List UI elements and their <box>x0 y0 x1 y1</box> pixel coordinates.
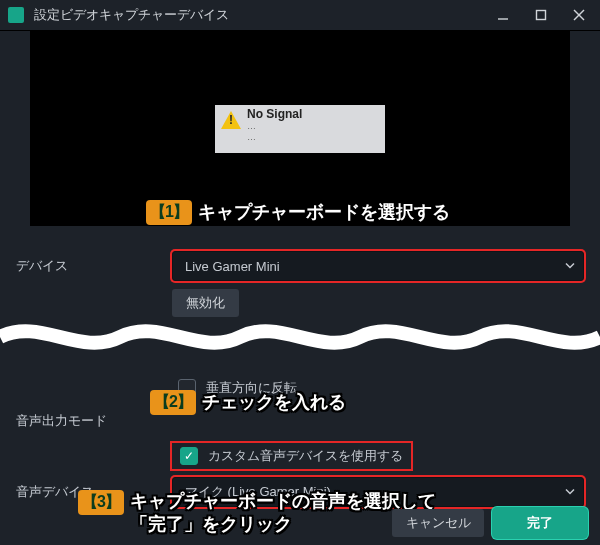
done-button[interactable]: 完了 <box>494 509 586 537</box>
warning-icon <box>221 111 241 131</box>
no-signal-box: No Signal … … <box>215 105 385 153</box>
titlebar: 設定ビデオキャプチャーデバイス <box>0 0 600 31</box>
no-signal-line: … <box>247 132 302 143</box>
chevron-down-icon <box>565 485 575 500</box>
custom-audio-checkbox[interactable]: ✓ <box>180 447 198 465</box>
svg-rect-1 <box>537 11 546 20</box>
close-button[interactable] <box>562 2 596 28</box>
device-select-value: Live Gamer Mini <box>185 259 280 274</box>
flip-vertical-label: 垂直方向に反転 <box>206 379 297 397</box>
disable-button[interactable]: 無効化 <box>172 289 239 317</box>
no-signal-title: No Signal <box>247 107 302 121</box>
window-controls <box>486 2 596 28</box>
no-signal-line: … <box>247 121 302 132</box>
audio-device-label: 音声デバイス <box>16 483 166 501</box>
device-select[interactable]: Live Gamer Mini <box>172 251 584 281</box>
audio-device-select-value: マイク (Live Gamer Mini) <box>185 483 331 501</box>
audio-device-select[interactable]: マイク (Live Gamer Mini) <box>172 477 584 507</box>
done-button-label: 完了 <box>527 514 553 532</box>
chevron-down-icon <box>565 259 575 274</box>
audio-output-mode-label: 音声出力モード <box>16 412 166 430</box>
device-label: デバイス <box>16 257 166 275</box>
custom-audio-label: カスタム音声デバイスを使用する <box>208 447 403 465</box>
minimize-button[interactable] <box>486 2 520 28</box>
disable-button-label: 無効化 <box>186 294 225 312</box>
cancel-button[interactable]: キャンセル <box>392 509 484 537</box>
cancel-button-label: キャンセル <box>406 514 471 532</box>
window-title: 設定ビデオキャプチャーデバイス <box>34 6 486 24</box>
footer-buttons: キャンセル 完了 <box>392 509 586 537</box>
video-preview: No Signal … … <box>30 31 570 226</box>
app-icon <box>8 7 24 23</box>
wave-divider <box>0 315 600 355</box>
no-signal-text: No Signal … … <box>247 107 302 143</box>
maximize-button[interactable] <box>524 2 558 28</box>
flip-vertical-checkbox[interactable] <box>178 379 196 397</box>
